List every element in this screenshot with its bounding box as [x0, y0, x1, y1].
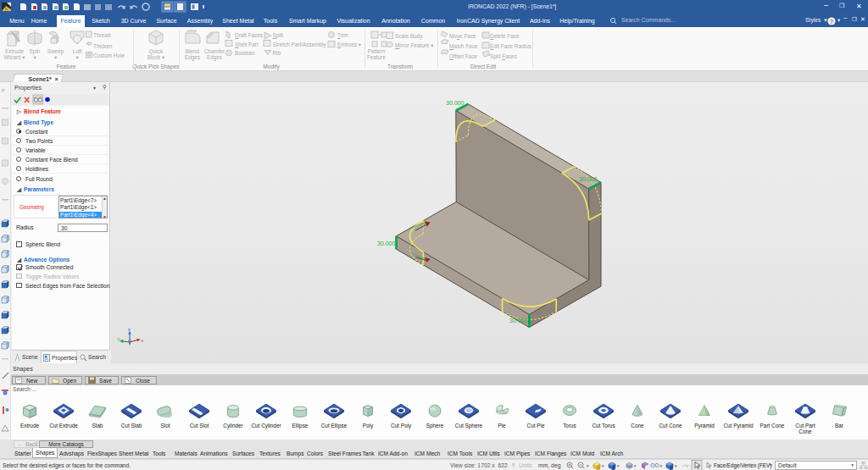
svg-text:Y: Y	[117, 337, 120, 342]
svg-text:P: P	[2, 88, 5, 93]
svg-text:z: z	[128, 327, 131, 332]
svg-text:▾: ▾	[617, 463, 620, 468]
svg-text:30.000: 30.000	[377, 241, 396, 246]
svg-text:30.000: 30.000	[446, 100, 465, 106]
svg-text:▾: ▾	[602, 463, 604, 468]
svg-text:▾: ▾	[634, 463, 637, 468]
svg-text:▾: ▾	[675, 463, 677, 468]
svg-text:▾: ▾	[587, 463, 589, 468]
svg-text:▾: ▾	[660, 463, 663, 468]
svg-text:30.000: 30.000	[579, 176, 598, 182]
svg-text:x: x	[142, 338, 144, 343]
svg-text:30.000: 30.000	[509, 318, 528, 323]
svg-text:?: ?	[830, 17, 834, 25]
